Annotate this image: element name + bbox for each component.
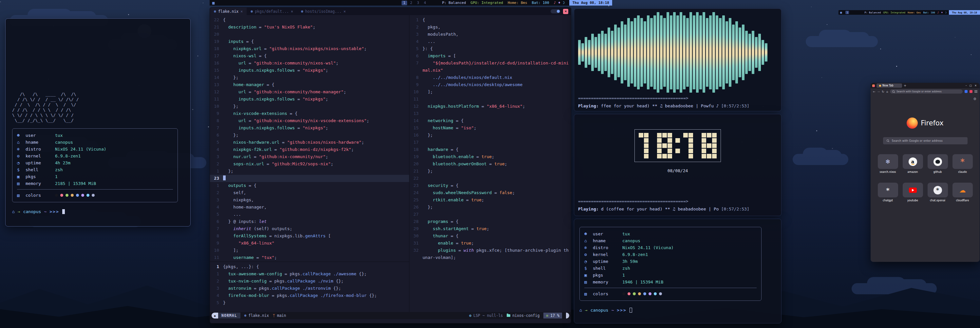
app-menu-icon[interactable]: ▦ (840, 11, 842, 14)
fetch-label: memory (593, 279, 622, 285)
maximize-button[interactable]: ▢ (969, 84, 972, 87)
terminal-clock[interactable]: 08/08/24 ===============================… (574, 114, 781, 216)
tag-2[interactable]: 2 (409, 1, 414, 5)
clock-widget[interactable]: Thu Aug 08, 18:18 (949, 10, 980, 15)
search-input[interactable]: Search with Google or enter address (883, 137, 967, 144)
shortcut-label: cloudflare (956, 199, 969, 202)
tab-flake-nix[interactable]: ❄flake.nix× (210, 8, 247, 15)
back-button[interactable]: ← (873, 90, 875, 93)
visualizer-bar (693, 15, 695, 89)
tab-close-icon[interactable]: × (240, 9, 243, 14)
tray-night-light-icon[interactable]: ☽ (945, 11, 947, 14)
tray-notifications-icon[interactable]: ♦ (941, 11, 943, 14)
shortcut-card (928, 154, 948, 169)
visualizer-bar (608, 27, 610, 78)
shortcut-claude[interactable]: *claude (951, 154, 974, 173)
fetch-row-uptime: ◔uptime4h 23m (17, 159, 173, 166)
line-number: 5 (409, 45, 423, 52)
editor-pane-pkgs[interactable]: 1{pkgs, ...}: {1 tux-awesome-wm-config =… (210, 261, 409, 312)
settings-gear-icon[interactable]: ⚙ (973, 97, 977, 101)
palette-dot (76, 194, 79, 197)
firefox-view-icon[interactable] (872, 84, 875, 87)
tab-pkgs-default-[interactable]: ❄pkgs/default...× (247, 8, 297, 15)
firefox-window[interactable]: New Tab + – ▢ × ← → ↻ ⌂ Search with Goog… (870, 83, 980, 262)
code-line: 9 "x86_64-linux" (210, 239, 409, 247)
firefox-tab-bar: New Tab + – ▢ × (870, 83, 980, 89)
shortcut-label: claude (958, 171, 967, 173)
new-tab-button[interactable]: + (904, 84, 906, 87)
tab-close-icon[interactable]: × (291, 9, 293, 14)
editor-pane-flake[interactable]: 22{21 description = "tux's NixOS Flake";… (210, 15, 409, 261)
code-line: 15 hostName = "iso"; (409, 124, 571, 132)
forward-button[interactable]: → (878, 90, 880, 93)
neovim-window[interactable]: ❄flake.nix×❄pkgs/default...×❄hosts/isoIm… (210, 7, 571, 323)
tag-1[interactable]: 1 (845, 11, 849, 14)
shortcut-amazon[interactable]: aamazon (902, 154, 924, 173)
code-line: 2 sops-nix.url = "github:Mic92/sops-nix"… (210, 160, 409, 168)
line-number: 13 (409, 110, 423, 117)
palette-icon: ▧ (584, 290, 593, 297)
line-number: 11 (210, 95, 223, 103)
code-line: 16 url = "github:nix-community/nixos-wsl… (210, 60, 409, 67)
tray-night-light-icon[interactable]: ☽ (563, 1, 565, 5)
code-line: 6 }; (210, 132, 409, 139)
shortcut-cloudflare[interactable]: ☁cloudflare (951, 183, 974, 202)
line-number: 4 (210, 204, 223, 211)
tab-close-icon[interactable]: × (344, 9, 346, 14)
browser-tab-new-tab[interactable]: New Tab (877, 84, 902, 88)
code-line: 21 description = "tux's NixOS Flake"; (210, 24, 409, 31)
code-line: 3 nur.url = "github:nix-community/nur"; (210, 153, 409, 160)
youtube-icon (909, 188, 917, 193)
cwd-segment[interactable]: nixos-config (507, 313, 539, 318)
tray-media-icon[interactable]: ♪ (937, 11, 939, 14)
urlbar[interactable]: Search with Google or enter address (890, 89, 963, 93)
code-line: 12 nixpkgs.hostPlatform = "x86_64-linux"… (409, 103, 571, 110)
tag-4[interactable]: 4 (422, 1, 428, 5)
fetch-label: distro (25, 146, 55, 152)
tag-1[interactable]: 1 (402, 1, 407, 5)
app-menu-icon[interactable]: ▦ (212, 1, 215, 5)
buffer-picker-toggle[interactable] (550, 9, 560, 13)
visualizer-bar (689, 12, 692, 93)
shortcut-github[interactable]: github (927, 154, 949, 173)
tab-hosts-isoimag-[interactable]: ❄hosts/isoImag...× (297, 8, 350, 15)
visualizer-bar (758, 34, 761, 71)
fetch-row-colors: ▧colors (17, 192, 173, 199)
nix-file-icon: ❄ (251, 9, 253, 14)
editor-pane-iso[interactable]: 1{2 pkgs,3 modulesPath,4 ...5}: {6 impor… (409, 15, 571, 312)
fetch-value: tux (55, 132, 62, 139)
tray-media-icon[interactable]: ♪ (554, 1, 556, 5)
palette-dot (649, 292, 651, 295)
lsp-segment: ⚙ LSP ~ null-ls (469, 313, 503, 318)
shortcut-youtube[interactable]: youtube (902, 183, 924, 202)
separator-line: ========================================… (578, 198, 777, 204)
terminal-fetch-left[interactable]: /\ /\ ____ /\ /\ / /\ \/ / / __ \/ /\/ /… (5, 18, 191, 227)
terminal-visualizer[interactable]: ========================================… (574, 8, 781, 111)
minimize-button[interactable]: – (966, 84, 967, 87)
shortcut-openai[interactable]: *chat.openai (927, 183, 949, 202)
user-icon: ☻ (584, 230, 593, 237)
shortcut-nixos[interactable]: ❄search.nixos (877, 154, 899, 173)
kernel-icon: ⚙ (584, 251, 593, 258)
visualizer-bar (748, 34, 751, 71)
line-number: 25 (409, 196, 423, 204)
line-number: 8 (210, 233, 223, 239)
extension-icon-2[interactable] (969, 90, 972, 93)
cwd-name: nixos-config (512, 313, 539, 318)
shortcut-chatgpt[interactable]: *chatgpt (877, 183, 899, 202)
palette-dot (628, 292, 630, 295)
close-window-button[interactable]: × (563, 9, 568, 14)
clock-widget[interactable]: Thu Aug 08, 18:18 (569, 0, 612, 6)
extension-icon-1[interactable] (965, 90, 967, 93)
tag-3[interactable]: 3 (415, 1, 421, 5)
command-line[interactable] (210, 319, 571, 323)
git-branch-segment[interactable]: ᛘ main (273, 313, 286, 318)
tray-notifications-icon[interactable]: ♦ (558, 1, 560, 5)
hamburger-menu-icon[interactable] (974, 90, 977, 93)
terminal-fetch-right[interactable]: ☻usertux⌂hnamecanopus❄distroNixOS 24.11 … (574, 219, 781, 323)
reload-button[interactable]: ↻ (882, 90, 885, 93)
close-button[interactable]: × (974, 84, 977, 87)
code-line: 3 nixpkgs, (210, 196, 409, 204)
visualizer-bar (762, 40, 764, 65)
home-button[interactable]: ⌂ (886, 90, 888, 93)
